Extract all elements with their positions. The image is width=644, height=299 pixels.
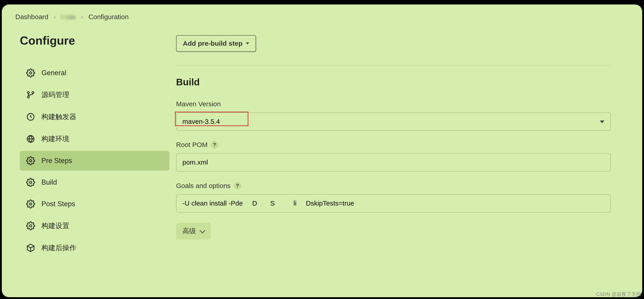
main-content: Add pre-build step Build Maven Version m… (176, 34, 629, 258)
sidebar-item-label: Build (42, 178, 57, 186)
button-label: Add pre-build step (183, 40, 242, 47)
sidebar-item-triggers[interactable]: 构建触发器 (20, 107, 169, 127)
maven-version-select-wrapper: maven-3.5.4 (176, 112, 611, 130)
breadcrumb-item-project[interactable]: t cas (61, 13, 76, 21)
sidebar-item-settings[interactable]: 构建设置 (20, 216, 169, 236)
breadcrumb-item-dashboard[interactable]: Dashboard (15, 13, 48, 21)
gear-icon (26, 200, 35, 208)
sidebar-item-presteps[interactable]: Pre Steps (20, 151, 169, 171)
chevron-down-icon (200, 228, 205, 233)
caret-down-icon (246, 42, 249, 44)
gear-icon (26, 178, 35, 187)
sidebar-item-label: Post Steps (42, 200, 75, 208)
button-label: 高级 (182, 226, 196, 236)
svg-point-3 (32, 92, 34, 94)
add-prebuild-step-button[interactable]: Add pre-build step (176, 35, 256, 52)
svg-point-1 (28, 92, 29, 94)
sidebar-item-label: 源码管理 (42, 90, 69, 100)
gear-icon (26, 68, 35, 78)
svg-point-8 (30, 203, 32, 205)
chevron-right-icon: › (81, 13, 83, 20)
sidebar-item-poststeps[interactable]: Post Steps (20, 194, 169, 214)
breadcrumb: Dashboard › t cas › Configuration (2, 4, 642, 27)
root-pom-label: Root POM (176, 141, 208, 148)
breadcrumb-item-configuration[interactable]: Configuration (88, 13, 128, 21)
maven-version-label: Maven Version (176, 100, 221, 108)
maven-version-select[interactable]: maven-3.5.4 (176, 112, 611, 130)
sidebar: Configure General 源码管理 (20, 34, 169, 258)
sidebar-item-label: Pre Steps (42, 157, 72, 165)
help-icon[interactable]: ? (211, 141, 218, 148)
svg-point-6 (30, 160, 32, 162)
divider (176, 65, 611, 66)
sidebar-item-build[interactable]: Build (20, 172, 169, 192)
advanced-button[interactable]: 高级 (176, 223, 211, 239)
build-section-heading: Build (176, 77, 611, 88)
gear-icon (26, 221, 35, 230)
package-icon (26, 244, 35, 252)
sidebar-item-label: 构建触发器 (42, 112, 76, 122)
sidebar-item-label: 构建环境 (42, 134, 69, 144)
sidebar-item-env[interactable]: 构建环境 (20, 129, 169, 149)
goals-label: Goals and options (176, 182, 230, 190)
watermark: CSDN @寂夜了无痕 (596, 291, 641, 298)
app-window: Dashboard › t cas › Configuration Config… (2, 4, 642, 297)
sidebar-item-scm[interactable]: 源码管理 (20, 85, 169, 105)
sidebar-nav: General 源码管理 构建触发器 (20, 63, 169, 258)
sidebar-item-label: 构建设置 (42, 221, 69, 230)
svg-point-9 (30, 225, 32, 227)
goals-input-wrapper (176, 194, 611, 223)
sidebar-item-label: 构建后操作 (42, 243, 76, 252)
page-title: Configure (20, 34, 169, 47)
sidebar-item-label: General (42, 69, 66, 77)
gear-icon (26, 156, 35, 165)
sidebar-item-general[interactable]: General (20, 63, 169, 83)
root-pom-input[interactable] (176, 153, 611, 172)
svg-point-0 (30, 72, 32, 74)
svg-point-2 (28, 96, 29, 98)
chevron-right-icon: › (54, 13, 56, 20)
help-icon[interactable]: ? (234, 182, 242, 190)
sidebar-item-postactions[interactable]: 构建后操作 (20, 238, 169, 258)
branch-icon (26, 90, 35, 99)
goals-options-input[interactable] (176, 194, 611, 212)
svg-point-7 (30, 181, 32, 184)
globe-icon (26, 134, 35, 144)
clock-icon (26, 112, 35, 121)
